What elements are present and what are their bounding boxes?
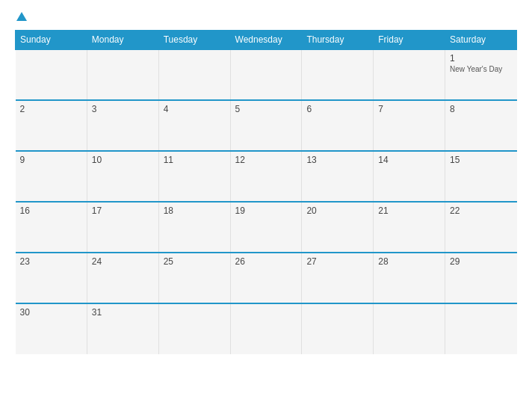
calendar-week-row: 9101112131415: [16, 151, 517, 202]
calendar-cell: [302, 303, 374, 354]
calendar-cell: [230, 49, 302, 100]
calendar-cell: 3: [87, 100, 158, 151]
calendar-cell: 7: [374, 100, 445, 151]
day-number: 10: [92, 155, 154, 165]
day-number: 28: [378, 256, 440, 267]
calendar-cell: 15: [445, 151, 517, 202]
calendar-week-row: 23242526272829: [16, 253, 517, 303]
day-number: 16: [20, 206, 82, 216]
day-number: 19: [235, 206, 297, 216]
day-number: 7: [378, 104, 440, 114]
calendar-cell: 13: [302, 151, 374, 202]
day-number: 12: [235, 155, 297, 165]
calendar-cell: 21: [374, 202, 445, 253]
calendar-cell: 11: [158, 151, 230, 202]
calendar-cell: 16: [16, 202, 87, 253]
weekday-header-sunday: Sunday: [16, 31, 87, 50]
day-number: 9: [20, 155, 82, 165]
calendar-cell: 27: [302, 253, 374, 303]
calendar-cell: [374, 303, 445, 354]
day-number: 6: [306, 104, 368, 114]
calendar-cell: [374, 49, 445, 100]
calendar-header: [15, 13, 517, 22]
calendar-cell: 9: [16, 151, 87, 202]
calendar-cell: 4: [158, 100, 230, 151]
day-number: 2: [20, 104, 82, 114]
day-number: 27: [306, 256, 368, 267]
day-number: 22: [450, 206, 512, 216]
logo: [15, 13, 27, 22]
calendar-cell: 30: [16, 303, 87, 354]
calendar-cell: 20: [302, 202, 374, 253]
day-number: 1: [450, 53, 512, 64]
weekday-header-thursday: Thursday: [302, 31, 374, 50]
weekday-header-friday: Friday: [374, 31, 445, 50]
calendar-cell: 12: [230, 151, 302, 202]
weekday-header-monday: Monday: [87, 31, 158, 50]
day-number: 3: [92, 104, 154, 114]
day-number: 26: [235, 256, 297, 267]
day-number: 4: [164, 104, 226, 114]
weekday-header-saturday: Saturday: [445, 31, 517, 50]
weekday-header-row: SundayMondayTuesdayWednesdayThursdayFrid…: [16, 31, 517, 50]
calendar-container: SundayMondayTuesdayWednesdayThursdayFrid…: [0, 0, 532, 411]
calendar-cell: 2: [16, 100, 87, 151]
day-number: 23: [20, 256, 82, 267]
day-number: 20: [306, 206, 368, 216]
calendar-cell: [230, 303, 302, 354]
day-number: 21: [378, 206, 440, 216]
day-number: 29: [450, 256, 512, 267]
day-number: 11: [164, 155, 226, 165]
day-number: 17: [92, 206, 154, 216]
logo-triangle-icon: [16, 12, 27, 21]
day-number: 31: [92, 307, 154, 318]
calendar-cell: 18: [158, 202, 230, 253]
calendar-week-row: 3031: [16, 303, 517, 354]
calendar-cell: [16, 49, 87, 100]
calendar-cell: 1New Year's Day: [445, 49, 517, 100]
calendar-cell: [87, 49, 158, 100]
day-number: 14: [378, 155, 440, 165]
day-number: 25: [164, 256, 226, 267]
calendar-cell: 26: [230, 253, 302, 303]
calendar-cell: 19: [230, 202, 302, 253]
calendar-cell: 10: [87, 151, 158, 202]
day-number: 30: [20, 307, 82, 318]
day-number: 24: [92, 256, 154, 267]
calendar-cell: 17: [87, 202, 158, 253]
calendar-cell: [158, 303, 230, 354]
calendar-cell: 22: [445, 202, 517, 253]
calendar-cell: [302, 49, 374, 100]
calendar-table: SundayMondayTuesdayWednesdayThursdayFrid…: [15, 30, 517, 354]
calendar-cell: [445, 303, 517, 354]
day-number: 13: [306, 155, 368, 165]
day-number: 8: [450, 104, 512, 114]
weekday-header-tuesday: Tuesday: [158, 31, 230, 50]
calendar-cell: 31: [87, 303, 158, 354]
day-number: 15: [450, 155, 512, 165]
calendar-week-row: 1New Year's Day: [16, 49, 517, 100]
calendar-cell: 14: [374, 151, 445, 202]
calendar-cell: 23: [16, 253, 87, 303]
weekday-header-wednesday: Wednesday: [230, 31, 302, 50]
day-number: 5: [235, 104, 297, 114]
calendar-week-row: 16171819202122: [16, 202, 517, 253]
calendar-cell: 8: [445, 100, 517, 151]
calendar-cell: 24: [87, 253, 158, 303]
event-label: New Year's Day: [450, 65, 512, 73]
calendar-cell: 25: [158, 253, 230, 303]
calendar-cell: [158, 49, 230, 100]
calendar-week-row: 2345678: [16, 100, 517, 151]
day-number: 18: [164, 206, 226, 216]
calendar-cell: 6: [302, 100, 374, 151]
calendar-cell: 28: [374, 253, 445, 303]
calendar-cell: 5: [230, 100, 302, 151]
calendar-cell: 29: [445, 253, 517, 303]
